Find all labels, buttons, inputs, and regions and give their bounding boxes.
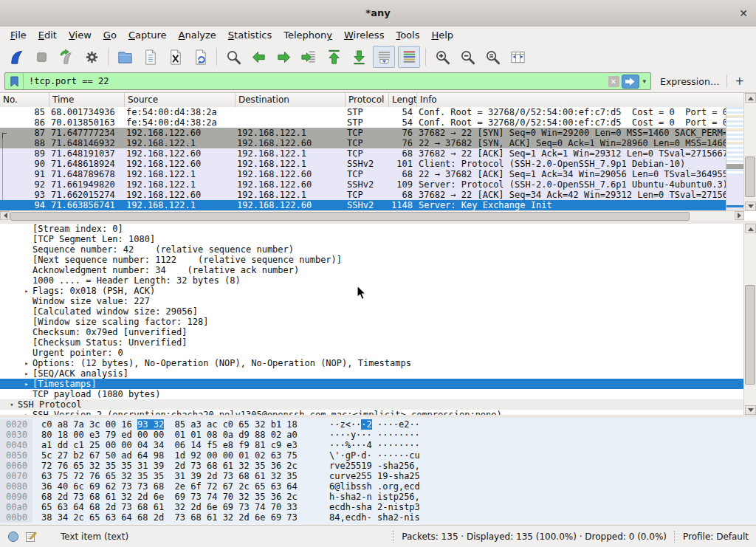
- detail-line[interactable]: Checksum: 0x79ed [unverified]: [0, 327, 744, 337]
- details-vscrollbar[interactable]: [743, 224, 756, 415]
- hex-row-0020[interactable]: 0020c0 a8 7a 3c 00 16 93 32 85 a3 ac c0 …: [0, 419, 756, 430]
- hex-row-0050[interactable]: 00505c 27 b2 67 50 ad 64 98 1d 92 00 00 …: [0, 450, 756, 461]
- detail-line[interactable]: 1000 .... = Header Length: 32 bytes (8): [0, 275, 744, 286]
- zoom-original-button[interactable]: [481, 46, 504, 68]
- capture-comment-icon[interactable]: [25, 531, 37, 543]
- expander-icon[interactable]: ▸: [21, 286, 32, 296]
- packet-row-86[interactable]: 8670.013850163fe:54:00:d4:38:2aSTP54Conf…: [0, 117, 726, 128]
- menu-telephony[interactable]: Telephony: [278, 28, 338, 42]
- hscroll-thumb[interactable]: [10, 212, 690, 221]
- capture-options-button[interactable]: [80, 46, 103, 68]
- packet-row-87[interactable]: 8771.647777234192.168.122.60192.168.122.…: [0, 128, 726, 138]
- close-button[interactable]: ✕: [739, 0, 748, 27]
- packet-row-88[interactable]: 8871.648146932192.168.122.1192.168.122.6…: [0, 138, 726, 148]
- file-close-button[interactable]: [164, 46, 186, 68]
- detail-line[interactable]: [Stream index: 0]: [0, 224, 744, 234]
- hex-row-0090[interactable]: 009068 2d 73 68 61 32 2d 6e 69 73 74 70 …: [0, 492, 756, 502]
- column-header-protocol[interactable]: Protocol: [346, 93, 389, 107]
- hex-row-0080[interactable]: 008036 40 6c 69 62 73 73 68 2e 6f 72 67 …: [0, 481, 756, 492]
- go-last-button[interactable]: [348, 46, 370, 68]
- file-open-button[interactable]: [114, 46, 136, 68]
- detail-line[interactable]: ▸Flags: 0x018 (PSH, ACK): [0, 286, 744, 296]
- go-to-packet-button[interactable]: [298, 46, 320, 68]
- details-scroll-up-button[interactable]: [745, 224, 756, 233]
- packet-list-vscrollbar[interactable]: [743, 93, 756, 211]
- expander-icon[interactable]: ▸: [21, 358, 32, 368]
- scroll-down-button[interactable]: [745, 202, 756, 211]
- detail-line[interactable]: Sequence number: 42 (relative sequence n…: [0, 244, 744, 255]
- packet-row-94[interactable]: 9471.663856741192.168.122.1192.168.122.6…: [0, 200, 726, 210]
- menu-help[interactable]: Help: [425, 28, 459, 42]
- add-filter-button[interactable]: +: [727, 75, 752, 88]
- expander-icon[interactable]: ▸: [21, 379, 32, 389]
- detail-line[interactable]: ▸SSH Version 2 (encryption:chacha20-poly…: [0, 410, 744, 415]
- detail-line[interactable]: [Window size scaling factor: 128]: [0, 317, 744, 327]
- filter-bookmark-icon[interactable]: [5, 73, 24, 89]
- menu-wireless[interactable]: Wireless: [338, 28, 390, 42]
- zoom-in-button[interactable]: [431, 46, 453, 68]
- expander-icon[interactable]: ▸: [21, 410, 32, 415]
- go-forward-button[interactable]: [272, 46, 295, 68]
- menu-file[interactable]: File: [4, 28, 32, 42]
- profile-label[interactable]: Profile: Default: [683, 531, 749, 542]
- packet-row-85[interactable]: 8568.001734936fe:54:00:d4:38:2aSTP54Conf…: [0, 107, 726, 117]
- capture-stop-button[interactable]: [30, 46, 52, 68]
- detail-line[interactable]: [Next sequence number: 1122 (relative se…: [0, 255, 744, 265]
- detail-line[interactable]: ▸Options: (12 bytes), No-Operation (NOP)…: [0, 358, 744, 368]
- expert-info-icon[interactable]: [7, 531, 19, 543]
- filter-apply-button[interactable]: [622, 75, 639, 89]
- column-header-length[interactable]: Length: [389, 93, 417, 107]
- file-reload-button[interactable]: [189, 46, 211, 68]
- go-first-button[interactable]: [323, 46, 345, 68]
- expander-icon[interactable]: ▸: [21, 368, 32, 379]
- packet-row-90[interactable]: 9071.648618924192.168.122.60192.168.122.…: [0, 159, 726, 169]
- detail-line[interactable]: TCP payload (1080 bytes): [0, 389, 744, 399]
- expression-button[interactable]: Expression…: [651, 76, 726, 87]
- column-header-info[interactable]: Info: [417, 93, 744, 107]
- hex-row-0060[interactable]: 006072 76 65 32 35 35 31 39 2d 73 68 61 …: [0, 461, 756, 471]
- packet-row-89[interactable]: 8971.648191037192.168.122.60192.168.122.…: [0, 148, 726, 159]
- detail-line[interactable]: [TCP Segment Len: 1080]: [0, 234, 744, 244]
- column-header-destination[interactable]: Destination: [236, 93, 346, 107]
- details-scroll-down-button[interactable]: [745, 405, 756, 415]
- hex-row-0070[interactable]: 007063 75 72 76 65 32 35 35 31 39 2d 73 …: [0, 471, 756, 481]
- packet-row-92[interactable]: 9271.661949820192.168.122.1192.168.122.6…: [0, 179, 726, 190]
- column-header-no[interactable]: No.: [0, 93, 49, 107]
- scroll-right-button[interactable]: [735, 211, 744, 220]
- packet-list-minimap[interactable]: [726, 107, 744, 210]
- menu-statistics[interactable]: Statistics: [222, 28, 278, 42]
- display-filter-input[interactable]: !tcp.port == 22 ✕ ▾: [4, 72, 651, 90]
- menu-view[interactable]: View: [63, 28, 97, 42]
- auto-scroll-button[interactable]: [373, 46, 395, 68]
- hex-row-0040[interactable]: 0040a1 dd c1 25 00 00 04 34 06 14 f5 e8 …: [0, 440, 756, 450]
- details-vscroll-thumb[interactable]: [745, 285, 755, 385]
- detail-line[interactable]: Acknowledgment number: 34 (relative ack …: [0, 265, 744, 275]
- go-back-button[interactable]: [247, 46, 269, 68]
- capture-start-button[interactable]: [5, 46, 27, 68]
- zoom-out-button[interactable]: [456, 46, 478, 68]
- filter-clear-button[interactable]: ✕: [608, 76, 619, 87]
- scroll-left-button[interactable]: [0, 211, 10, 220]
- menu-capture[interactable]: Capture: [123, 28, 173, 42]
- menu-tools[interactable]: Tools: [390, 28, 425, 42]
- detail-line[interactable]: ▸[SEQ/ACK analysis]: [0, 368, 744, 379]
- packet-row-91[interactable]: 9171.648789678192.168.122.1192.168.122.6…: [0, 169, 726, 179]
- hex-row-00b0[interactable]: 00b038 34 2c 65 63 64 68 2d 73 68 61 32 …: [0, 512, 756, 523]
- menu-edit[interactable]: Edit: [32, 28, 63, 42]
- expander-icon[interactable]: ▾: [6, 399, 18, 410]
- capture-restart-button[interactable]: [55, 46, 78, 68]
- packet-row-93[interactable]: 9371.662015274192.168.122.60192.168.122.…: [0, 190, 726, 200]
- file-save-button[interactable]: [139, 46, 161, 68]
- scroll-up-button[interactable]: [745, 93, 756, 103]
- filter-dropdown-caret[interactable]: ▾: [642, 78, 648, 85]
- column-header-source[interactable]: Source: [125, 93, 236, 107]
- packet-list-hscrollbar[interactable]: [0, 210, 744, 221]
- colorize-button[interactable]: [398, 46, 420, 68]
- detail-line[interactable]: [Checksum Status: Unverified]: [0, 337, 744, 348]
- detail-line[interactable]: ▸[Timestamps]: [0, 379, 744, 389]
- vscroll-thumb[interactable]: [745, 156, 755, 196]
- hex-row-0030[interactable]: 003080 18 00 e3 79 ed 00 00 01 01 08 0a …: [0, 430, 756, 440]
- detail-line[interactable]: ▾SSH Protocol: [0, 399, 744, 410]
- detail-line[interactable]: Urgent pointer: 0: [0, 348, 744, 358]
- menu-go[interactable]: Go: [97, 28, 123, 42]
